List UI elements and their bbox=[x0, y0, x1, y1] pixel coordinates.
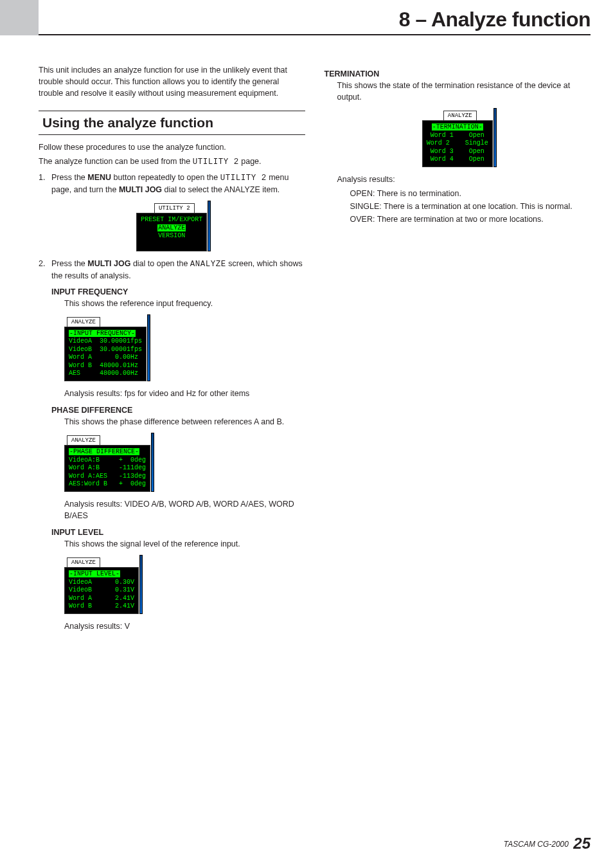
freq-desc: This shows the reference input frequency… bbox=[64, 298, 305, 309]
lcd-term-tab: ANALYZE bbox=[443, 111, 477, 121]
content-columns: This unit includes an analyze function f… bbox=[39, 64, 591, 637]
s2-t2: dial to open the bbox=[130, 259, 190, 268]
lcd-utility-tab: UTILITY 2 bbox=[154, 203, 195, 213]
canbe-post: page. bbox=[239, 157, 262, 166]
level-results: Analysis results: V bbox=[64, 620, 305, 632]
step-1-number: 1. bbox=[39, 172, 51, 195]
term-heading: TERMINATION bbox=[324, 68, 591, 80]
canbe-mono: UTILITY 2 bbox=[193, 158, 239, 167]
freq-l3: VideoB 30.00001fps bbox=[69, 346, 142, 353]
freq-l4: Word A 0.00Hz bbox=[69, 354, 138, 361]
lcd-phase-wrap: ANALYZE -PHASE DIFFERENCE- VideoA:B + 0d… bbox=[64, 433, 305, 492]
header-gray-strip bbox=[0, 0, 39, 35]
right-column: TERMINATION This shows the state of the … bbox=[324, 64, 591, 637]
lcd-level-screen: -INPUT LEVEL- VideoA 0.30V VideoB 0.31V … bbox=[64, 567, 139, 614]
s1-b1: MENU bbox=[87, 173, 111, 182]
s2-m1: ANALYZE bbox=[190, 260, 226, 269]
freq-heading: INPUT FREQUENCY bbox=[51, 286, 305, 298]
freq-l5: Word B 48000.01Hz bbox=[69, 362, 138, 369]
freq-l1: -INPUT FREQUENCY- bbox=[69, 330, 136, 337]
page-footer: TASCAM CG-2000 25 bbox=[504, 835, 591, 853]
lcd-utility-wrap: UTILITY 2 PRESET IM/EXPORT ANALYZE VERSI… bbox=[39, 201, 305, 251]
step-1: 1. Press the MENU button repeatedly to o… bbox=[39, 172, 305, 195]
lcd-term-screen: -TERMINATION- Word 1 Open Word 2 Single … bbox=[422, 120, 493, 167]
step-2-body: Press the MULTI JOG dial to open the ANA… bbox=[51, 258, 305, 282]
s1-t2: button repeatedly to open the bbox=[111, 173, 220, 182]
canbe-text: The analyze function can be used from th… bbox=[39, 156, 305, 168]
term-r3: OVER: There are termination at two or mo… bbox=[350, 213, 591, 225]
lcd-freq-tab: ANALYZE bbox=[67, 317, 100, 327]
phase-l3: Word A:B -111deg bbox=[69, 464, 146, 471]
s1-b2: MULTI JOG bbox=[119, 185, 162, 194]
follow-text: Follow these procedures to use the analy… bbox=[39, 141, 305, 153]
s1-t1: Press the bbox=[51, 173, 87, 182]
lcd-freq-screen: -INPUT FREQUENCY- VideoA 30.00001fps Vid… bbox=[64, 327, 147, 381]
lcd-utility-screen: PRESET IM/EXPORT ANALYZE VERSION bbox=[136, 213, 207, 251]
s2-b1: MULTI JOG bbox=[87, 259, 130, 268]
level-l5: Word B 2.41V bbox=[69, 602, 134, 610]
term-l2: Word 1 Open bbox=[431, 132, 484, 139]
term-r1: OPEN: There is no termination. bbox=[350, 188, 591, 199]
lcd1-l2: ANALYZE bbox=[157, 224, 186, 231]
step-2: 2. Press the MULTI JOG dial to open the … bbox=[39, 258, 305, 282]
lcd-freq-wrap: ANALYZE -INPUT FREQUENCY- VideoA 30.0000… bbox=[64, 314, 305, 381]
lcd1-l1: PRESET IM/EXPORT bbox=[141, 216, 202, 223]
level-l4: Word A 2.41V bbox=[69, 595, 134, 602]
level-l3: VideoB 0.31V bbox=[69, 586, 134, 593]
term-r2: SINGLE: There is a termination at one lo… bbox=[350, 201, 591, 212]
lcd-level-tab: ANALYZE bbox=[67, 557, 100, 568]
step-1-body: Press the MENU button repeatedly to open… bbox=[51, 172, 305, 195]
phase-l4: Word A:AES -113deg bbox=[69, 473, 146, 480]
scrollbar-icon bbox=[208, 201, 211, 251]
level-l2: VideoA 0.30V bbox=[69, 579, 134, 586]
term-l1: -TERMINATION- bbox=[432, 123, 483, 131]
footer-page-number: 25 bbox=[573, 835, 591, 852]
term-desc: This shows the state of the termination … bbox=[337, 80, 591, 103]
term-l4: Word 3 Open bbox=[431, 148, 484, 155]
lcd1-l3: VERSION bbox=[158, 232, 185, 239]
s1-m1: UTILITY 2 bbox=[220, 174, 267, 183]
term-results-label: Analysis results: bbox=[337, 174, 591, 185]
lcd-level-wrap: ANALYZE -INPUT LEVEL- VideoA 0.30V Video… bbox=[64, 555, 305, 614]
term-l5: Word 4 Open bbox=[431, 156, 484, 163]
level-desc: This shows the signal level of the refer… bbox=[64, 538, 305, 550]
level-heading: INPUT LEVEL bbox=[51, 527, 305, 538]
intro-paragraph: This unit includes an analyze function f… bbox=[39, 64, 305, 99]
lcd-phase-tab: ANALYZE bbox=[67, 435, 100, 446]
footer-model: TASCAM CG-2000 bbox=[504, 840, 569, 849]
scrollbar-icon bbox=[493, 108, 497, 167]
phase-l5: AES:Word B + 0deg bbox=[69, 480, 146, 487]
lcd-phase-screen: -PHASE DIFFERENCE- VideoA:B + 0deg Word … bbox=[64, 445, 150, 492]
scrollbar-icon bbox=[139, 555, 143, 614]
scrollbar-icon bbox=[147, 314, 150, 381]
s2-t1: Press the bbox=[51, 259, 87, 268]
level-l1: -INPUT LEVEL- bbox=[69, 570, 120, 577]
freq-results: Analysis results: fps for video and Hz f… bbox=[64, 388, 305, 399]
left-column: This unit includes an analyze function f… bbox=[39, 64, 305, 637]
step-2-number: 2. bbox=[39, 258, 51, 282]
phase-desc: This shows the phase difference between … bbox=[64, 416, 305, 428]
freq-l6: AES 48000.00Hz bbox=[69, 370, 138, 377]
phase-l2: VideoA:B + 0deg bbox=[69, 457, 146, 464]
phase-results: Analysis results: VIDEO A/B, WORD A/B, W… bbox=[64, 498, 305, 521]
phase-l1: -PHASE DIFFERENCE- bbox=[69, 448, 139, 455]
phase-heading: PHASE DIFFERENCE bbox=[51, 404, 305, 416]
s1-t4: dial to select the ANALYZE item. bbox=[162, 185, 280, 194]
scrollbar-icon bbox=[151, 433, 154, 492]
term-l3: Word 2 Single bbox=[427, 140, 488, 147]
chapter-title: 8 – Analyze function bbox=[399, 8, 591, 32]
section-heading: Using the analyze function bbox=[39, 111, 305, 134]
canbe-pre: The analyze function can be used from th… bbox=[39, 157, 193, 166]
lcd-term-wrap: ANALYZE -TERMINATION- Word 1 Open Word 2… bbox=[324, 108, 591, 167]
freq-l2: VideoA 30.00001fps bbox=[69, 338, 142, 345]
